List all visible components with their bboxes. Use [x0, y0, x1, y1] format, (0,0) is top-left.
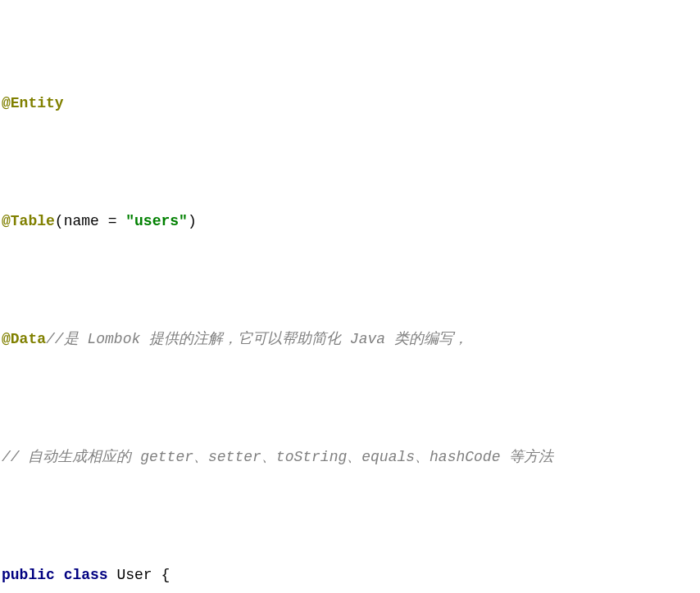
string-literal: "users" [125, 206, 188, 236]
annotation: @Entity [2, 88, 64, 118]
code-line[interactable]: // 自动生成相应的 getter、setter、toString、equals… [0, 442, 700, 472]
code-line[interactable]: public class User { [0, 560, 700, 590]
annotation: @Table [2, 206, 55, 236]
comment: // 自动生成相应的 getter、setter、toString、equals… [2, 442, 553, 472]
keyword: public [2, 560, 55, 590]
class-name: User [116, 560, 152, 590]
annotation: @Data [2, 324, 46, 354]
paren-open: ( [55, 206, 64, 236]
paren-close: ) [188, 206, 197, 236]
keyword: class [64, 560, 108, 590]
comment: //是 Lombok 提供的注解，它可以帮助简化 Java 类的编写， [46, 324, 468, 354]
code-line[interactable]: @Entity [0, 88, 700, 118]
attr-name: name = [64, 206, 126, 236]
code-line[interactable]: @Table(name = "users") [0, 206, 700, 236]
code-editor[interactable]: @Entity @Table(name = "users") @Data//是 … [0, 0, 700, 593]
brace-open: { [161, 560, 170, 590]
code-line[interactable]: @Data//是 Lombok 提供的注解，它可以帮助简化 Java 类的编写， [0, 324, 700, 354]
